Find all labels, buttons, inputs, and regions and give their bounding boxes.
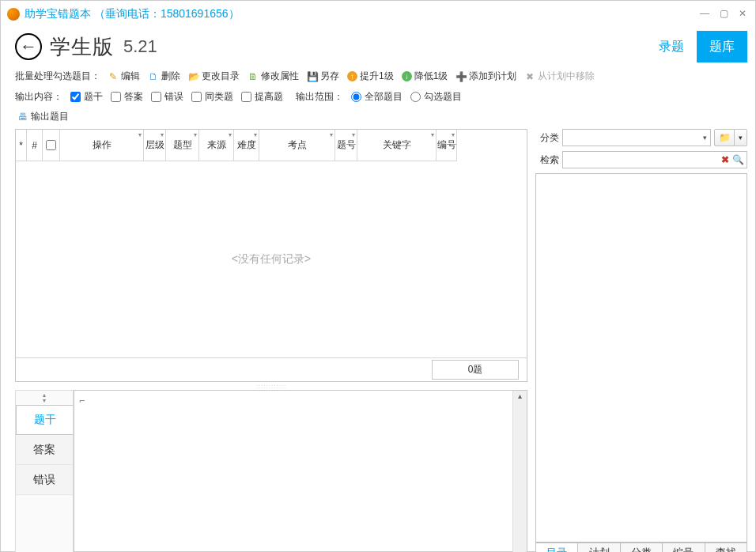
col-index[interactable]: 编号▾ [437,130,457,161]
tab-answer[interactable]: 答案 [16,435,73,465]
directory-tree[interactable] [535,173,747,543]
content-editor[interactable]: ⌐ ▴ [74,390,527,552]
range-checked[interactable]: 勾选题目 [410,90,462,104]
save-as-button[interactable]: 💾另存 [304,69,342,84]
question-count: 0题 [432,360,519,380]
batch-toolbar: 批量处理勾选题目： ✎编辑 🗋删除 📂更改目录 🗎修改属性 💾另存 ↑提升1级 … [1,66,755,87]
col-operation[interactable]: 操作▾ [60,130,144,161]
print-icon: 🖶 [17,112,28,123]
change-dir-button[interactable]: 📂更改目录 [186,69,242,84]
tab-scroll-up[interactable]: ▴▾ [16,391,73,405]
tab-error[interactable]: 错误 [16,465,73,495]
category-edit-button[interactable]: 📁 [714,129,735,146]
app-icon [7,8,20,21]
output-range-label: 输出范围： [296,90,343,104]
remove-from-plan-button[interactable]: ✖从计划中移除 [522,69,597,84]
search-icon[interactable]: 🔍 [731,154,744,165]
remove-plan-icon: ✖ [524,71,535,82]
edit-button[interactable]: ✎编辑 [105,69,142,84]
col-level[interactable]: 层级▾ [144,130,166,161]
question-table: * # 操作▾ 层级▾ 题型▾ 来源▾ 难度▾ 考点▾ 题号▾ 关键字▾ 编号▾… [15,129,527,382]
maximize-button[interactable]: ▢ [716,7,731,20]
rtab-find[interactable]: 查找 [705,543,747,552]
filter-answer[interactable]: 答案 [111,90,143,104]
col-keyword[interactable]: 关键字▾ [357,130,437,161]
category-dropdown-button[interactable]: ▾ [735,129,747,146]
filter-stem[interactable]: 题干 [70,90,103,104]
promote-button[interactable]: ↑提升1级 [345,69,396,84]
search-input[interactable] [565,154,719,165]
search-label: 检索 [535,153,559,167]
category-combo[interactable]: ▾ [562,129,711,146]
nav-bank[interactable]: 题库 [697,31,747,62]
demote-button[interactable]: ↓降低1级 [399,69,451,84]
col-hash[interactable]: # [27,130,43,161]
horizontal-splitter[interactable]: :::::::::::: [15,382,527,390]
col-number[interactable]: 题号▾ [335,130,357,161]
col-checkbox[interactable] [43,130,60,161]
arrow-up-icon: ↑ [347,71,357,81]
filter-similar[interactable]: 同类题 [191,90,233,104]
folder-pencil-icon: 📁 [719,132,730,143]
modify-prop-button[interactable]: 🗎修改属性 [245,69,301,84]
window-title: 助学宝错题本 （垂询电话：15801691656） [25,7,240,21]
rtab-category[interactable]: 分类 [621,543,663,552]
save-icon: 💾 [307,71,318,82]
export-button[interactable]: 🖶输出题目 [15,109,71,124]
output-content-label: 输出内容： [15,90,62,104]
folder-open-icon: 📂 [188,71,199,82]
close-button[interactable]: ✕ [735,7,750,20]
col-type[interactable]: 题型▾ [166,130,199,161]
col-difficulty[interactable]: 难度▾ [234,130,259,161]
app-version: 5.21 [123,36,157,57]
delete-icon: 🗋 [148,71,159,82]
col-star[interactable]: * [16,130,27,161]
titlebar: 助学宝错题本 （垂询电话：15801691656） — ▢ ✕ [1,1,755,28]
category-label: 分类 [535,131,559,145]
app-name: 学生版 [50,33,114,61]
arrow-down-icon: ↓ [402,71,412,81]
tab-stem[interactable]: 题干 [16,405,73,435]
chevron-down-icon: ▾ [739,134,743,142]
col-source[interactable]: 来源▾ [199,130,234,161]
range-all[interactable]: 全部题目 [351,90,403,104]
rtab-id[interactable]: 编号 [663,543,705,552]
pencil-icon: ✎ [108,71,119,82]
back-button[interactable]: ← [15,33,42,60]
properties-icon: 🗎 [248,71,259,82]
add-to-plan-button[interactable]: ➕添加到计划 [453,69,519,84]
batch-label: 批量处理勾选题目： [15,70,100,83]
editor-body[interactable]: ⌐ [74,391,512,552]
filter-error[interactable]: 错误 [151,90,183,104]
clear-icon[interactable]: ✖ [719,154,731,165]
table-empty-text: <没有任何记录> [16,161,527,357]
filter-improve[interactable]: 提高题 [241,90,283,104]
minimize-button[interactable]: — [697,7,713,20]
select-all-checkbox[interactable] [46,140,56,150]
rtab-directory[interactable]: 目录 [536,543,578,552]
editor-scrollbar[interactable]: ▴ [512,391,527,552]
chevron-down-icon: ▾ [703,134,707,142]
nav-enter[interactable]: 录题 [646,31,697,62]
delete-button[interactable]: 🗋删除 [146,69,183,84]
col-point[interactable]: 考点▾ [259,130,335,161]
filter-row: 输出内容： 题干 答案 错误 同类题 提高题 输出范围： 全部题目 勾选题目 [1,87,755,107]
rtab-plan[interactable]: 计划 [578,543,620,552]
add-plan-icon: ➕ [455,71,467,82]
